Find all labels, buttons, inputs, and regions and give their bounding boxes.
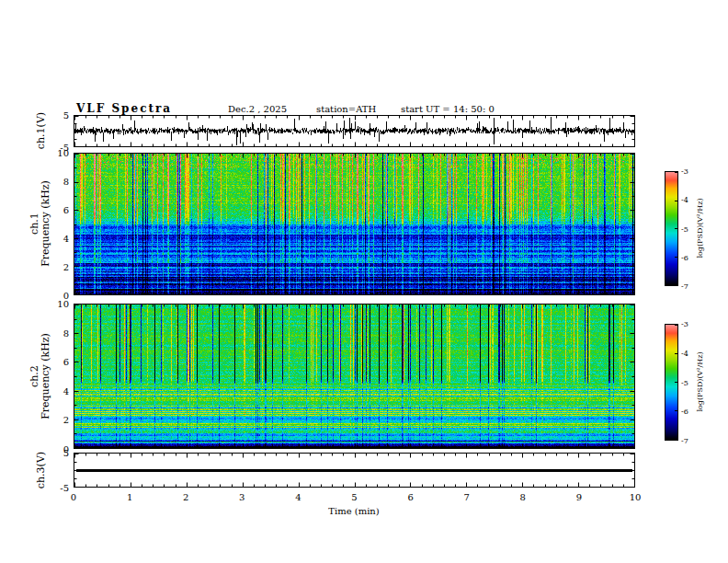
- colorbar-tick-label: -5: [681, 378, 688, 386]
- y-tick-label: 4: [63, 385, 69, 396]
- ch1-spectrogram-panel: [74, 153, 635, 295]
- ch2-spectrogram-canvas: [74, 304, 634, 448]
- ch1-spec-ylabel-line2: Frequency (kHz): [40, 180, 51, 267]
- x-tick-label: 8: [520, 492, 526, 502]
- ch1-spec-ylabel: ch.1 Frequency (kHz): [29, 180, 51, 267]
- figure-title: VLF Spectra: [76, 102, 172, 115]
- colorbar-tick-label: -4: [681, 349, 688, 357]
- x-tick-label: 2: [183, 492, 188, 502]
- colorbar-ch2: [665, 324, 678, 441]
- x-tick-label: 9: [576, 492, 582, 502]
- colorbar-ch1: [665, 171, 678, 286]
- colorbar-tick-label: -3: [681, 320, 688, 328]
- x-tick-label: 3: [239, 492, 245, 502]
- x-tick-label: 0: [71, 492, 76, 502]
- station-label: station=ATH: [316, 104, 376, 114]
- y-tick-label: 8: [63, 327, 69, 338]
- colorbar-tick-label: -6: [681, 253, 688, 261]
- x-tick-label: 5: [351, 492, 357, 502]
- colorbar-tick-label: -6: [681, 408, 688, 416]
- ch2-spectrogram-panel: [74, 304, 635, 449]
- colorbar-tick-label: -3: [681, 167, 688, 176]
- y-tick-label: 5: [63, 448, 69, 458]
- ch1-spectrogram-canvas: [74, 154, 634, 294]
- ch1-timeseries-panel: [74, 115, 635, 147]
- ch2-spec-ylabel-line2: Frequency (kHz): [40, 333, 51, 419]
- ch3-ts-ylabel-text: ch.3(V): [35, 452, 47, 488]
- x-tick-label: 10: [630, 492, 642, 502]
- colorbar-tick-label: -7: [681, 437, 688, 445]
- ch3-timeseries-panel: [74, 453, 635, 488]
- y-tick-label: 8: [63, 177, 69, 187]
- figure-date: Dec.2 , 2025: [228, 104, 287, 114]
- ch1-ts-ylabel-text: ch.1(V): [35, 112, 47, 149]
- colorbar-ch1-label-text: log(PSD)(V²/Hz): [696, 198, 704, 258]
- colorbar-ch2-canvas: [665, 325, 677, 440]
- colorbar-ch2-label: log(PSD)(V²/Hz): [695, 351, 706, 411]
- colorbar-tick-label: -5: [681, 224, 688, 233]
- y-tick-label: 6: [63, 357, 69, 367]
- y-tick-label: 2: [63, 415, 69, 425]
- y-tick-label: 4: [63, 234, 69, 244]
- colorbar-tick-label: -7: [681, 282, 688, 291]
- x-tick-label: 6: [407, 492, 413, 502]
- ch1-timeseries-canvas: [74, 116, 634, 146]
- vlf-spectra-figure: VLF Spectra Dec.2 , 2025 station=ATH sta…: [0, 0, 728, 563]
- ch1-ts-ylabel: ch.1(V): [36, 112, 47, 149]
- x-tick-label: 7: [464, 492, 470, 502]
- ch3-timeseries-canvas: [74, 454, 634, 487]
- y-tick-label: 10: [57, 299, 69, 309]
- y-tick-label: 5: [63, 110, 69, 121]
- y-tick-label: 10: [57, 148, 69, 158]
- start-ut-label: start UT = 14: 50: 0: [401, 104, 495, 114]
- y-tick-label: 6: [63, 205, 69, 215]
- x-axis-title: Time (min): [328, 506, 379, 516]
- colorbar-tick-label: -4: [681, 196, 688, 204]
- ch2-spec-ylabel: ch.2 Frequency (kHz): [29, 333, 51, 419]
- x-tick-label: 4: [295, 492, 301, 502]
- colorbar-ch1-label: log(PSD)(V²/Hz): [695, 198, 706, 258]
- colorbar-ch1-canvas: [665, 172, 677, 285]
- y-tick-label: 2: [63, 262, 69, 272]
- x-tick-label: 1: [127, 492, 132, 502]
- colorbar-ch2-label-text: log(PSD)(V²/Hz): [696, 351, 704, 411]
- y-tick-label: -5: [60, 483, 69, 493]
- ch3-ts-ylabel: ch.3(V): [36, 452, 47, 488]
